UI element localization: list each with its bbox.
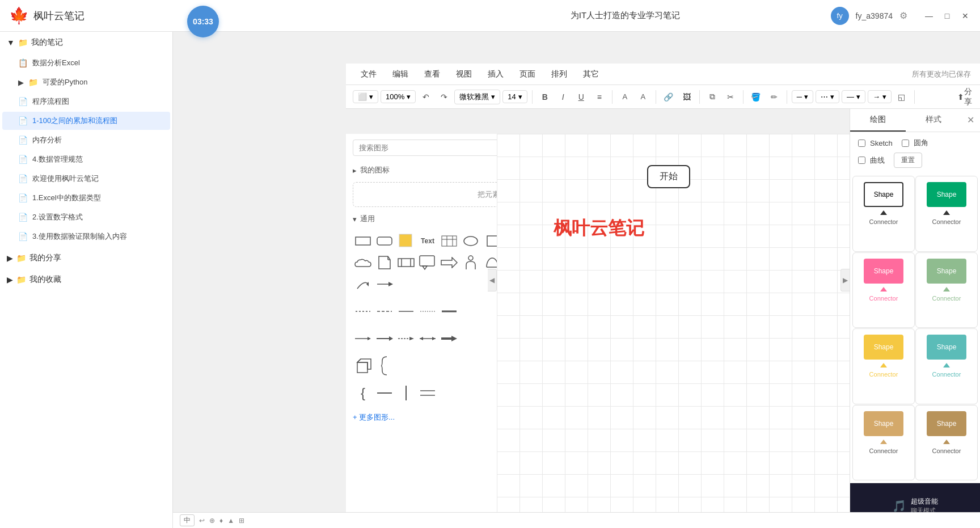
cut-button[interactable]: ✂	[723, 89, 738, 105]
sidebar-item-flowchart[interactable]: 📄 程序流程图	[2, 92, 170, 111]
collapse-panel-button[interactable]: ◀	[488, 269, 497, 292]
shape-sticky[interactable]	[396, 231, 416, 251]
shape-dash-h[interactable]	[374, 383, 395, 403]
menu-view1[interactable]: 查看	[419, 67, 446, 82]
arrow-double-end[interactable]	[417, 328, 438, 349]
redo-button[interactable]: ↷	[436, 89, 452, 105]
connector-card-teal[interactable]: Shape Connector	[915, 328, 978, 404]
italic-button[interactable]: I	[555, 89, 571, 105]
shape-bracket-left[interactable]: {	[353, 383, 373, 403]
sidebar-my-notes[interactable]: ▼ 📁 我的笔记	[0, 32, 172, 53]
shape-arrow-right[interactable]	[439, 252, 459, 273]
sidebar-item-memory[interactable]: 📄 内存分析	[2, 131, 170, 149]
menu-file[interactable]: 文件	[355, 67, 382, 82]
shape-table[interactable]	[439, 231, 459, 251]
link-button[interactable]: 🔗	[661, 89, 677, 105]
shape-curved-arrow[interactable]	[353, 274, 373, 294]
rounded-checkbox[interactable]	[902, 140, 909, 147]
right-panel-close[interactable]: ✕	[961, 109, 980, 132]
shape-3d-box[interactable]	[353, 356, 373, 376]
connector-card-pink[interactable]: Shape Connector	[852, 252, 915, 328]
connector-card-green[interactable]: Shape Connector	[915, 176, 978, 252]
bold-button[interactable]: B	[537, 89, 553, 105]
menu-other[interactable]: 其它	[577, 67, 605, 82]
font-color-button[interactable]: A	[617, 89, 633, 105]
reset-button[interactable]: 重置	[894, 153, 922, 168]
status-icon-undo[interactable]: ↩	[199, 517, 205, 525]
tab-style[interactable]: 样式	[906, 109, 961, 132]
shape-person[interactable]	[461, 252, 481, 273]
menu-insert[interactable]: 插入	[482, 67, 509, 82]
menu-view2[interactable]: 视图	[450, 67, 478, 82]
fill-button[interactable]: 🪣	[748, 89, 764, 105]
line-dashed2[interactable]	[374, 301, 395, 322]
undo-button[interactable]: ↶	[418, 89, 434, 105]
shape-double-dash[interactable]	[417, 383, 438, 403]
connector-card-dark-tan[interactable]: Shape Connector	[915, 405, 978, 481]
image-button[interactable]: 🖼	[679, 89, 695, 105]
sidebar-item-number-format[interactable]: 📄 2.设置数字格式	[2, 208, 170, 226]
menu-page[interactable]: 页面	[514, 67, 541, 82]
line-thick[interactable]	[439, 301, 459, 322]
align-button[interactable]: ≡	[592, 89, 607, 105]
shape-cloud[interactable]	[353, 252, 373, 273]
font-size-button[interactable]: A	[635, 89, 651, 105]
stroke-button[interactable]: ✏	[766, 89, 782, 105]
canvas-watermark[interactable]: 枫叶云笔记	[554, 216, 644, 241]
sidebar-item-data-validation[interactable]: 📄 3.使用数据验证限制输入内容	[2, 227, 170, 246]
arrow-dash[interactable]	[396, 328, 416, 349]
line-weight-select[interactable]: —▾	[842, 90, 865, 103]
timer-circle[interactable]: 03:33	[187, 6, 219, 37]
connector-card-tan[interactable]: Shape Connector	[852, 405, 915, 481]
status-icon-triangle[interactable]: ▲	[227, 517, 234, 525]
sidebar-item-accumulate[interactable]: 📄 1-100之间的累加和流程图	[2, 112, 170, 130]
sidebar-item-data-excel[interactable]: 📋 数据分析Excel	[2, 54, 170, 72]
size-select[interactable]: 14 ▾	[502, 90, 527, 103]
connector-card-outline[interactable]: Shape Connector	[852, 176, 915, 252]
shape-callout[interactable]	[417, 252, 438, 273]
connector-card-yellow[interactable]: Shape Connector	[852, 328, 915, 404]
sidebar-item-data-mgmt[interactable]: 📄 4.数据管理规范	[2, 150, 170, 168]
canvas-area[interactable]: 开始 枫叶云笔记	[497, 134, 850, 528]
maximize-button[interactable]: □	[941, 10, 953, 22]
sidebar-item-python[interactable]: ▶ 📁 可爱的Python	[2, 73, 170, 91]
close-button[interactable]: ✕	[960, 10, 971, 22]
font-select[interactable]: 微软雅黑 ▾	[454, 90, 500, 104]
arrow-plain[interactable]	[353, 328, 373, 349]
shape-process[interactable]	[396, 252, 416, 273]
arrow-select[interactable]: →▾	[868, 90, 892, 103]
menu-arrange[interactable]: 排列	[546, 67, 573, 82]
menu-edit[interactable]: 编辑	[387, 67, 414, 82]
share-button[interactable]: ⬆ 分享	[957, 89, 973, 105]
tab-drawing[interactable]: 绘图	[850, 109, 906, 132]
collapse-right-panel-button[interactable]: ▶	[840, 269, 850, 292]
sidebar-my-collect[interactable]: ▶ 📁 我的收藏	[0, 270, 172, 289]
line-style-select[interactable]: ─▾	[792, 90, 813, 103]
extra-button[interactable]: ◱	[894, 89, 910, 105]
underline-button[interactable]: U	[573, 89, 589, 105]
sketch-checkbox[interactable]	[858, 140, 865, 147]
sidebar-item-excel-types[interactable]: 📄 1.Excel中的数据类型	[2, 189, 170, 207]
shape-rounded-rect[interactable]	[374, 231, 395, 251]
dash-style-select[interactable]: ⋯▾	[816, 90, 839, 103]
shape-bar-v[interactable]	[396, 383, 416, 403]
canvas-start-box[interactable]: 开始	[647, 165, 690, 188]
line-dashed1[interactable]	[353, 301, 373, 322]
shape-rect[interactable]	[353, 231, 373, 251]
arrow-thick[interactable]	[439, 328, 459, 349]
sidebar-my-share[interactable]: ▶ 📁 我的分享	[0, 248, 172, 268]
lang-indicator[interactable]: 中	[180, 514, 195, 526]
view-select[interactable]: ⬜ ▾	[353, 90, 378, 103]
copy-button[interactable]: ⧉	[704, 89, 720, 105]
settings-icon[interactable]: ⚙	[899, 10, 907, 21]
shape-long-arrow[interactable]	[374, 274, 395, 294]
status-icon-diamond[interactable]: ♦	[219, 517, 223, 525]
curve-checkbox[interactable]	[858, 157, 865, 164]
line-dotted[interactable]	[417, 301, 438, 322]
status-icon-add[interactable]: ⊕	[209, 517, 215, 525]
status-icon-grid[interactable]: ⊞	[239, 517, 244, 525]
minimize-button[interactable]: —	[923, 10, 935, 22]
arrow-right-thick[interactable]	[374, 328, 395, 349]
shape-ellipse[interactable]	[461, 231, 481, 251]
connector-card-olive[interactable]: Shape Connector	[915, 252, 978, 328]
